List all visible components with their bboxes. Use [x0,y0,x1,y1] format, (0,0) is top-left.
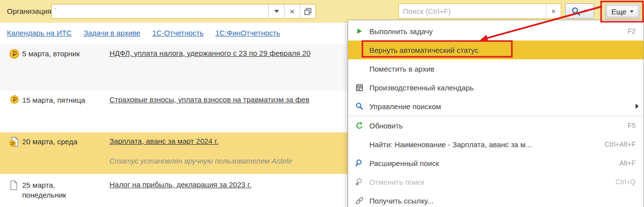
organization-open-button[interactable] [300,4,316,18]
menu-item-search-management[interactable]: Управление поиском [348,97,644,116]
more-button-label: Еще [611,7,627,16]
menu-item-advanced-search[interactable]: Расширенный поиск Alt+F [348,154,644,172]
link-calendar-its[interactable]: Календарь на ИТС [7,29,72,37]
close-icon: × [551,7,556,15]
ruble-coin-icon [10,95,19,104]
calendar-icon [355,83,364,92]
organization-value: - [55,5,57,11]
document-icon [9,180,18,190]
close-icon: × [290,7,295,16]
shortcut-label: Ctrl+Alt+F [605,140,636,148]
task-link[interactable]: Зарплата, аванс за март 2024 г. [109,137,218,145]
link-archived-tasks[interactable]: Задачи в архиве [83,29,140,37]
play-icon [355,26,364,36]
task-date: 15 марта, пятница [22,95,96,105]
menu-item-execute-task[interactable]: Выполнить задачу F2 [348,22,644,41]
search-icon [355,101,364,111]
search-input[interactable] [399,4,546,18]
open-list-icon [304,8,312,15]
search-icon [572,7,580,16]
menu-item-cancel-search: Отменить поиск Ctrl+Q [348,172,644,191]
more-menu: Выполнить задачу F2 Вернуть автоматическ… [348,20,644,207]
organization-field[interactable]: - × [51,4,316,19]
manual-status-note: Статус установлен вручную пользователем … [109,157,292,165]
search-clear-button[interactable]: × [546,4,561,18]
quick-links: Календарь на ИТС Задачи в архиве 1С-Отче… [7,29,280,37]
document-ruble-icon [9,136,20,147]
task-link[interactable]: Налог на прибыль, декларация за 2023 г. [109,180,251,189]
task-link[interactable]: НДФЛ, уплата налога, удержанного с 23 по… [109,49,311,57]
ruble-coin-icon [9,48,20,59]
organization-label: Организация: [7,0,54,23]
menu-item-find-by-name[interactable]: Найти: Наименование - Зарплата, аванс за… [348,135,644,154]
shortcut-label: Alt+F [619,159,636,167]
task-date: 20 марта, среда [22,137,96,147]
task-date: 25 марта, понедельник [22,180,96,200]
menu-item-get-link[interactable]: Получить ссылку... [348,191,644,207]
chevron-down-icon [274,10,279,13]
menu-item-move-to-archive[interactable]: Поместить в архив [348,59,644,78]
submenu-arrow-icon [636,104,639,109]
menu-item-refresh[interactable]: Обновить F5 [348,116,644,135]
chevron-down-icon [630,10,634,13]
organization-dropdown-button[interactable] [268,4,284,18]
task-link[interactable]: Страховые взносы, уплата взносов на трав… [109,95,309,104]
chevron-down-icon [584,10,588,12]
search-button[interactable] [565,3,594,19]
link-1c-reporting[interactable]: 1С-Отчетность [152,29,204,37]
shortcut-label: Ctrl+Q [615,178,636,186]
shortcut-label: F2 [628,27,636,35]
organization-input[interactable]: - [52,4,268,18]
refresh-icon [355,121,364,130]
task-date: 5 марта, вторник [22,49,96,59]
link-icon [355,196,364,206]
advanced-search-icon [355,158,364,168]
more-button[interactable]: Еще [605,4,640,19]
cancel-search-icon [355,177,364,187]
app-window: Организация: - × × [0,0,644,207]
shortcut-label: F5 [628,122,636,129]
search-box[interactable]: × [398,3,561,19]
menu-item-production-calendar[interactable]: Производственный календарь [348,78,644,97]
organization-clear-button[interactable]: × [284,4,300,18]
link-1c-finreporting[interactable]: 1С:ФинОтчетность [215,29,280,37]
menu-item-restore-auto-status[interactable]: Вернуть автоматический статус [348,41,644,59]
